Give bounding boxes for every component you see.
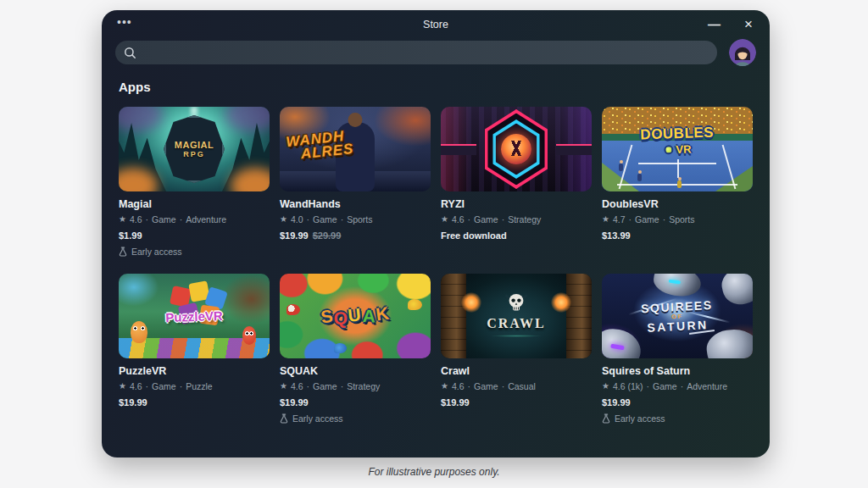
app-art: DOUBLES VR <box>602 107 753 191</box>
app-art <box>441 107 592 191</box>
app-genre: Casual <box>508 381 536 391</box>
meta-separator: · <box>629 214 632 225</box>
art-title: WANDH ALRES <box>286 129 355 163</box>
meta-separator: · <box>468 381 471 391</box>
star-icon: ★ <box>119 382 126 391</box>
search-input[interactable] <box>142 47 684 58</box>
meta-separator: · <box>468 214 471 225</box>
art-title: DOUBLES VR <box>602 123 753 158</box>
app-art: CRAWL <box>441 274 592 358</box>
star-icon: ★ <box>441 382 448 391</box>
app-price: Free download <box>441 230 592 241</box>
art-player <box>677 180 682 188</box>
art-bird <box>334 343 347 353</box>
minimize-button[interactable]: — <box>708 17 721 31</box>
app-card-wandhands[interactable]: WANDH ALRES WandHands ★ 4.0 · Game · Spo… <box>280 107 431 241</box>
search-bar[interactable] <box>115 41 717 64</box>
meta-separator: · <box>180 381 183 391</box>
app-rating: 4.6 <box>452 214 465 225</box>
art-bird <box>408 299 422 310</box>
app-price: $19.99 <box>441 397 592 408</box>
app-art: SQUIREES OF SATURN <box>602 274 753 358</box>
app-rating: 4.6 (1k) <box>613 381 643 391</box>
star-icon: ★ <box>280 215 287 224</box>
meta-separator: · <box>341 381 344 391</box>
star-icon: ★ <box>602 382 609 391</box>
app-category: Game <box>474 214 498 225</box>
skull-icon <box>504 292 529 314</box>
app-title: Magial <box>119 198 270 210</box>
close-button[interactable]: × <box>744 16 753 33</box>
app-category: Game <box>474 381 498 391</box>
app-genre: Strategy <box>508 214 541 225</box>
app-meta: ★ 4.6 · Game · Adventure <box>119 214 270 225</box>
art-title: MAGIAL <box>175 140 214 150</box>
app-meta: ★ 4.6 · Game · Strategy <box>441 214 592 225</box>
app-category: Game <box>313 381 337 391</box>
app-genre: Puzzle <box>186 381 213 391</box>
app-card-magial[interactable]: MAGIAL RPG Magial ★ 4.6 · Game · Adventu… <box>119 107 270 257</box>
app-card-crawl[interactable]: CRAWL Crawl ★ 4.6 · Game · Casual $19.99 <box>441 274 592 408</box>
art-title: PuzzleVR <box>119 307 270 326</box>
meta-separator: · <box>307 381 310 391</box>
art-robot <box>652 274 703 299</box>
early-access-badge: Early access <box>280 413 431 424</box>
star-icon: ★ <box>602 215 609 224</box>
early-access-label: Early access <box>292 413 343 424</box>
app-rating: 4.6 <box>130 214 142 225</box>
app-category: Game <box>152 214 176 225</box>
art-wisp <box>225 107 270 132</box>
app-category: Game <box>152 381 176 391</box>
meta-separator: · <box>502 381 505 391</box>
app-title: Crawl <box>441 365 592 377</box>
user-avatar[interactable] <box>729 39 756 66</box>
meta-separator: · <box>180 214 183 225</box>
titlebar: ••• Store — × <box>102 10 770 41</box>
app-art: S Q U A K <box>280 274 431 358</box>
app-genre: Adventure <box>186 214 226 225</box>
app-meta: ★ 4.6 (1k) · Game · Adventure <box>602 381 753 391</box>
art-letter: A <box>362 306 376 327</box>
section-heading: Apps <box>119 80 151 94</box>
sale-price: $19.99 <box>280 230 309 241</box>
app-price: $13.99 <box>602 230 753 241</box>
app-rating: 4.6 <box>291 381 303 391</box>
app-price: $19.99$29.99 <box>280 230 431 241</box>
avatar-illustration <box>729 39 756 66</box>
app-meta: ★ 4.7 · Game · Sports <box>602 214 753 225</box>
app-price: $19.99 <box>280 397 431 408</box>
app-card-doublesvr[interactable]: DOUBLES VR DoublesVR ★ 4.7 · Game · Spor… <box>602 107 753 241</box>
app-title: PuzzleVR <box>119 365 270 377</box>
tennis-ball-icon <box>664 145 673 154</box>
app-genre: Adventure <box>687 381 727 391</box>
app-category: Game <box>653 381 677 391</box>
app-meta: ★ 4.6 · Game · Casual <box>441 381 592 391</box>
meta-separator: · <box>146 214 149 225</box>
app-category: Game <box>635 214 659 225</box>
art-subtitle: RPG <box>183 150 205 158</box>
app-category: Game <box>313 214 337 225</box>
app-art: WANDH ALRES <box>280 107 431 191</box>
art-letter: Q <box>334 308 349 329</box>
art-title: CRAWL <box>441 316 592 331</box>
app-title: Squires of Saturn <box>602 365 753 377</box>
meta-separator: · <box>663 214 666 225</box>
app-card-squak[interactable]: S Q U A K SQUAK ★ 4.6 · Game · Strategy … <box>280 274 431 424</box>
app-card-squires-of-saturn[interactable]: SQUIREES OF SATURN Squires of Saturn ★ 4… <box>602 274 753 424</box>
app-price: $1.99 <box>119 230 270 241</box>
meta-separator: · <box>307 214 310 225</box>
early-access-badge: Early access <box>119 247 270 257</box>
flask-icon <box>602 413 610 424</box>
app-card-ryzi[interactable]: RYZI ★ 4.6 · Game · Strategy Free downlo… <box>441 107 592 241</box>
early-access-label: Early access <box>131 247 182 257</box>
meta-separator: · <box>647 381 650 391</box>
meta-separator: · <box>146 381 149 391</box>
app-meta: ★ 4.6 · Game · Puzzle <box>119 381 270 391</box>
app-genre: Sports <box>669 214 694 225</box>
app-genre: Strategy <box>347 381 380 391</box>
art-letter: U <box>348 304 364 326</box>
disclaimer-caption: For illustrative purposes only. <box>0 466 868 478</box>
art-letter: K <box>375 302 391 324</box>
store-window: ••• Store — × Apps <box>102 10 770 458</box>
app-card-puzzlevr[interactable]: PuzzleVR PuzzleVR ★ 4.6 · Game · Puzzle … <box>119 274 270 408</box>
